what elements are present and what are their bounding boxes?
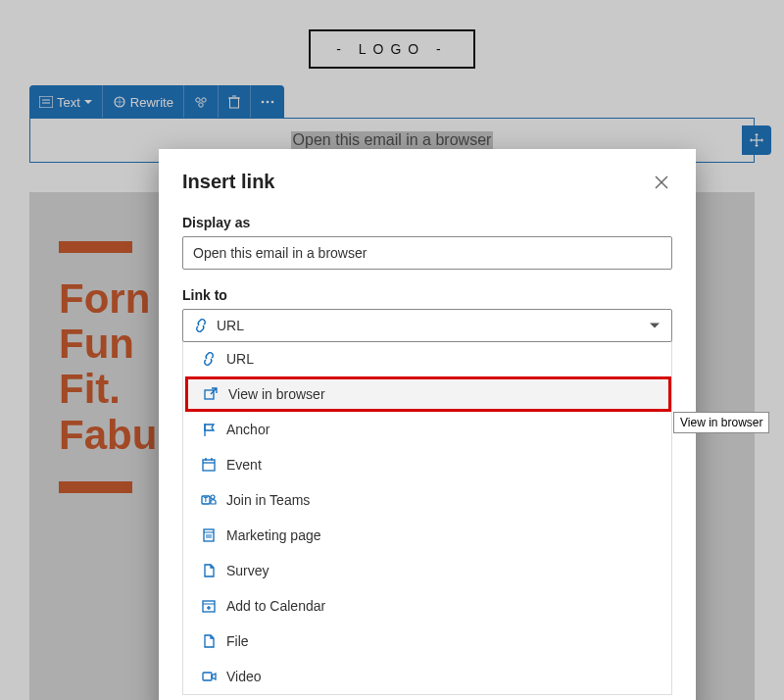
video-icon xyxy=(201,669,217,684)
display-as-input[interactable] xyxy=(182,236,672,270)
dialog-title: Insert link xyxy=(182,171,274,193)
svg-rect-17 xyxy=(205,390,214,399)
file-icon xyxy=(201,633,217,649)
page-icon xyxy=(201,527,217,543)
calendar-add-icon xyxy=(201,598,217,614)
selected-option-label: URL xyxy=(217,318,244,333)
option-add-calendar[interactable]: Add to Calendar xyxy=(183,588,671,624)
link-to-select[interactable]: URL xyxy=(182,309,672,342)
option-survey[interactable]: Survey xyxy=(183,553,671,588)
flag-icon xyxy=(201,422,217,437)
option-marketing-page[interactable]: Marketing page xyxy=(183,518,671,553)
display-as-label: Display as xyxy=(182,215,672,230)
option-url[interactable]: URL xyxy=(183,341,671,376)
link-to-dropdown: URL View in browser Anchor Event T Join … xyxy=(182,341,672,695)
calendar-icon xyxy=(201,457,217,473)
editor-canvas: - LOGO - Text Rewrite Open this xyxy=(0,0,784,700)
svg-rect-19 xyxy=(203,460,215,471)
external-icon xyxy=(203,386,219,402)
option-file[interactable]: File xyxy=(183,624,671,659)
close-button[interactable] xyxy=(651,172,672,193)
svg-text:T: T xyxy=(204,496,209,503)
close-icon xyxy=(655,175,668,189)
teams-icon: T xyxy=(201,492,217,508)
link-icon xyxy=(193,318,209,333)
option-view-in-browser[interactable]: View in browser xyxy=(185,376,671,412)
option-video[interactable]: Video xyxy=(183,659,671,694)
link-icon xyxy=(201,351,217,367)
chevron-down-icon xyxy=(650,324,660,328)
insert-link-dialog: Insert link Display as Link to URL URL V… xyxy=(159,149,696,700)
doc-icon xyxy=(201,563,217,578)
option-event[interactable]: Event xyxy=(183,447,671,482)
svg-rect-34 xyxy=(203,673,212,680)
option-join-teams[interactable]: T Join in Teams xyxy=(183,482,671,518)
option-anchor[interactable]: Anchor xyxy=(183,412,671,447)
hover-tooltip: View in browser xyxy=(673,412,769,433)
link-to-label: Link to xyxy=(182,287,672,303)
svg-point-25 xyxy=(211,495,215,499)
